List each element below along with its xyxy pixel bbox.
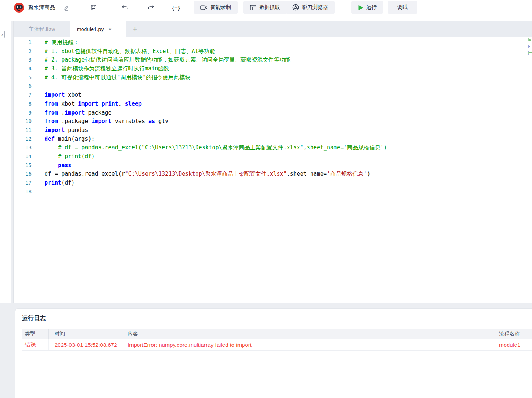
code-text: from .import package xyxy=(32,109,532,117)
code-text: def main(args): xyxy=(32,135,532,144)
edit-title-icon[interactable] xyxy=(63,0,69,15)
yingdao-browser-label: 影刀浏览器 xyxy=(302,4,328,11)
code-line[interactable]: 13 # df = pandas.read_excel("C:\Users\13… xyxy=(14,143,532,152)
close-tab-icon[interactable]: ✕ xyxy=(108,27,112,31)
code-editor[interactable]: 1# 使用提醒：2# 1. xbot包提供软件自动化、数据表格、Excel、日志… xyxy=(14,37,532,303)
minimap[interactable] xyxy=(528,38,532,59)
tab-main-flow-label: 主流程.flow xyxy=(29,26,55,33)
line-number: 17 xyxy=(14,179,32,188)
debug-button[interactable]: 调试 xyxy=(388,1,417,14)
project-title: 聚水潭商品... xyxy=(28,0,60,15)
code-line[interactable]: 1# 使用提醒： xyxy=(14,38,532,47)
col-content: 内容 xyxy=(124,329,495,339)
code-text: # 3. 当此模块作为流程独立运行时执行main函数 xyxy=(32,64,532,73)
run-log-panel: 运行日志 类型 时间 内容 流程名称 错误2025-03-01 15:52:08… xyxy=(15,308,532,398)
code-line[interactable]: 14 # print(df) xyxy=(14,152,532,161)
save-button[interactable] xyxy=(90,0,97,15)
camera-icon xyxy=(200,5,207,10)
code-line[interactable]: 2# 1. xbot包提供软件自动化、数据表格、Excel、日志、AI等功能 xyxy=(14,47,532,56)
code-line[interactable]: 6 xyxy=(14,82,532,91)
col-time: 时间 xyxy=(49,329,124,339)
line-number: 18 xyxy=(14,188,32,196)
line-number: 14 xyxy=(14,152,32,161)
tab-strip: 主流程.flow module1.py ✕ + xyxy=(14,21,532,37)
tab-main-flow[interactable]: 主流程.flow xyxy=(14,21,70,37)
add-tab-button[interactable]: + xyxy=(129,21,141,37)
code-line[interactable]: 4# 3. 当此模块作为流程独立运行时执行main函数 xyxy=(14,64,532,73)
code-line[interactable]: 15 pass xyxy=(14,161,532,170)
code-text: print(df) xyxy=(32,179,532,188)
code-text: from xbot import print, sleep xyxy=(32,100,532,109)
data-capture-button[interactable]: 数据抓取 xyxy=(243,1,287,14)
code-text: pass xyxy=(32,161,532,170)
code-text: # print(df) xyxy=(32,152,532,161)
toolbar-divider xyxy=(110,3,110,12)
col-type: 类型 xyxy=(22,329,49,339)
line-number: 8 xyxy=(14,100,32,109)
code-line[interactable]: 17print(df) xyxy=(14,179,532,188)
line-number: 7 xyxy=(14,91,32,100)
code-text xyxy=(32,188,532,196)
code-text: # 4. 可视化流程中可以通过"调用模块"的指令使用此模块 xyxy=(32,73,532,82)
yingdao-browser-button[interactable]: 影刀浏览器 xyxy=(286,1,335,14)
code-line[interactable]: 7import xbot xyxy=(14,91,532,100)
code-line[interactable]: 3# 2. package包提供访问当前应用数据的功能，如获取元素、访问全局变量… xyxy=(14,56,532,64)
log-cell: 2025-03-01 15:52:08.672 xyxy=(49,339,124,350)
robot-logo-icon xyxy=(14,3,24,13)
col-flow-name: 流程名称 xyxy=(495,329,532,339)
sidebar-expand-toggle[interactable]: › xyxy=(0,31,5,38)
log-cell: module1 xyxy=(495,339,532,350)
toolbar: 聚水潭商品... {≡} 智能录制 数据抓取 xyxy=(0,0,532,15)
table-icon xyxy=(250,5,256,10)
redo-button[interactable] xyxy=(148,0,155,15)
tab-module1-label: module1.py xyxy=(77,26,104,32)
log-table-body: 错误2025-03-01 15:52:08.672ImportError: nu… xyxy=(22,339,532,351)
left-gutter xyxy=(0,15,11,303)
code-line[interactable]: 5# 4. 可视化流程中可以通过"调用模块"的指令使用此模块 xyxy=(14,73,532,82)
line-number: 16 xyxy=(14,170,32,179)
line-number: 2 xyxy=(14,47,32,56)
line-number: 10 xyxy=(14,117,32,126)
variables-icon[interactable]: {≡} xyxy=(172,0,180,15)
app-logo xyxy=(14,0,24,15)
code-text: # 2. package包提供访问当前应用数据的功能，如获取元素、访问全局变量、… xyxy=(32,56,532,64)
code-text: import pandas xyxy=(32,126,532,135)
tab-module1[interactable]: module1.py ✕ xyxy=(70,21,126,37)
code-line[interactable]: 18 xyxy=(14,188,532,196)
line-number: 13 xyxy=(14,143,32,152)
run-button[interactable]: 运行 xyxy=(351,1,383,14)
log-cell: 错误 xyxy=(22,339,49,350)
code-text: df = pandas.read_excel(r"C:\Users\13213\… xyxy=(32,170,532,179)
log-cell: ImportError: numpy.core.multiarray faile… xyxy=(124,339,495,350)
browser-icon xyxy=(292,4,299,11)
code-text: from .package import variables as glv xyxy=(32,117,532,126)
code-line[interactable]: 8from xbot import print, sleep xyxy=(14,100,532,109)
header-spacer xyxy=(0,15,532,21)
code-line[interactable]: 12def main(args): xyxy=(14,135,532,144)
log-table-header: 类型 时间 内容 流程名称 xyxy=(22,329,532,339)
code-line[interactable]: 16df = pandas.read_excel(r"C:\Users\1321… xyxy=(14,170,532,179)
line-number: 5 xyxy=(14,73,32,82)
line-number: 3 xyxy=(14,56,32,64)
code-text xyxy=(32,82,532,91)
smart-record-label: 智能录制 xyxy=(210,4,231,11)
log-row[interactable]: 错误2025-03-01 15:52:08.672ImportError: nu… xyxy=(22,339,532,351)
smart-record-button[interactable]: 智能录制 xyxy=(194,1,238,14)
code-text: # 1. xbot包提供软件自动化、数据表格、Excel、日志、AI等功能 xyxy=(32,47,532,56)
line-number: 12 xyxy=(14,135,32,144)
debug-label: 调试 xyxy=(397,4,408,11)
code-line[interactable]: 9from .import package xyxy=(14,109,532,117)
editor-block: 主流程.flow module1.py ✕ + 1# 使用提醒：2# 1. xb… xyxy=(13,21,532,303)
code-text: import xbot xyxy=(32,91,532,100)
line-number: 1 xyxy=(14,38,32,47)
code-text: # 使用提醒： xyxy=(32,38,532,47)
code-line[interactable]: 11import pandas xyxy=(14,126,532,135)
code-lines: 1# 使用提醒：2# 1. xbot包提供软件自动化、数据表格、Excel、日志… xyxy=(14,38,532,196)
code-line[interactable]: 10from .package import variables as glv xyxy=(14,117,532,126)
log-table: 类型 时间 内容 流程名称 错误2025-03-01 15:52:08.672I… xyxy=(22,329,532,351)
line-number: 6 xyxy=(14,82,32,91)
line-number: 4 xyxy=(14,64,32,73)
undo-button[interactable] xyxy=(121,0,128,15)
data-capture-label: 数据抓取 xyxy=(259,4,280,11)
line-number: 11 xyxy=(14,126,32,135)
